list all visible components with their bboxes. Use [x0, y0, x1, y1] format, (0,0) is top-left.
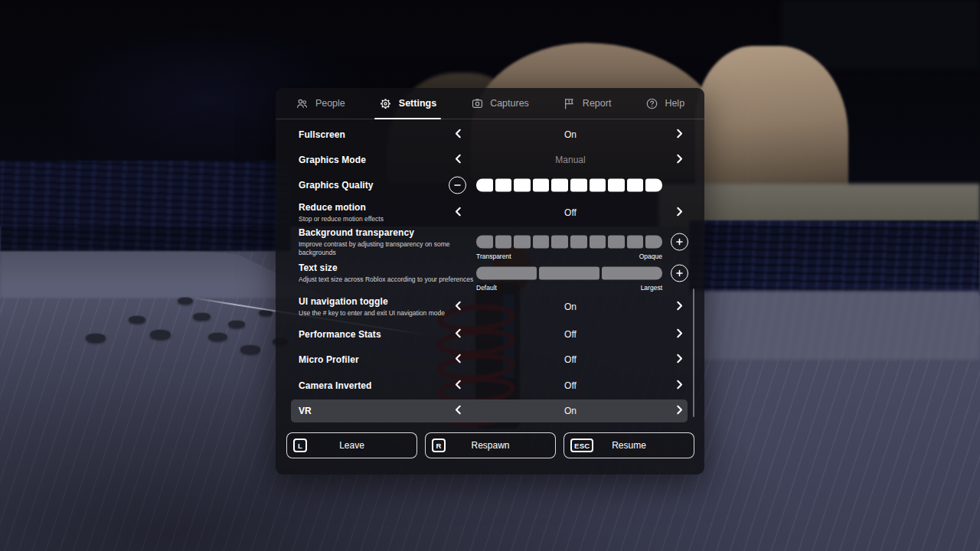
- increase-reduce-motion-button[interactable]: [670, 204, 688, 222]
- slider-segment[interactable]: [590, 179, 606, 192]
- increase-ui-navigation-toggle-button[interactable]: [670, 298, 688, 316]
- setting-subtitle: Improve contrast by adjusting transparen…: [299, 240, 450, 256]
- setting-value: On: [505, 302, 635, 312]
- pebble: [240, 344, 260, 354]
- increase-vr-button[interactable]: [670, 402, 688, 420]
- slider-segment[interactable]: [570, 236, 587, 249]
- slider-segment[interactable]: [514, 179, 531, 192]
- tab-captures[interactable]: Captures: [470, 88, 529, 119]
- minus-icon: [453, 178, 462, 192]
- menu-tab-bar: PeopleSettingsCapturesReportHelp: [276, 88, 704, 119]
- setting-label: Performance Stats: [299, 329, 381, 340]
- setting-label: Text size: [299, 262, 473, 273]
- tab-report[interactable]: Report: [563, 88, 612, 119]
- chevron-right-icon: [674, 128, 685, 142]
- increase-performance-stats-button[interactable]: [670, 325, 688, 344]
- in-game-menu-panel: PeopleSettingsCapturesReportHelp Fullscr…: [276, 88, 704, 474]
- button-label: Resume: [612, 440, 646, 451]
- setting-label: UI navigation toggle: [299, 296, 445, 307]
- text-size-slider[interactable]: [476, 267, 662, 280]
- setting-row-background-transparency: Background transparencyImprove contrast …: [291, 225, 688, 259]
- decrease-graphics-mode-button[interactable]: [449, 151, 467, 169]
- increase-camera-inverted-button[interactable]: [670, 377, 688, 395]
- setting-label: Fullscreen: [299, 129, 345, 140]
- slider-segment[interactable]: [602, 267, 662, 280]
- graphics-quality-slider[interactable]: [476, 179, 662, 192]
- plus-icon: [675, 235, 684, 249]
- slider-segment[interactable]: [533, 179, 550, 192]
- decrease-reduce-motion-button[interactable]: [449, 204, 467, 222]
- button-label: Respawn: [471, 440, 509, 451]
- tab-people[interactable]: People: [296, 88, 345, 119]
- setting-value: Off: [505, 329, 635, 340]
- slider-range-labels: DefaultLargest: [476, 284, 662, 292]
- setting-value: Off: [505, 354, 635, 365]
- increase-fullscreen-button[interactable]: [670, 126, 688, 144]
- tab-settings[interactable]: Settings: [379, 88, 436, 119]
- keybind-badge: R: [432, 439, 446, 452]
- chevron-left-icon: [452, 153, 464, 168]
- setting-label: Graphics Quality: [299, 180, 374, 191]
- keybind-badge: ESC: [570, 439, 593, 452]
- background-transparency-slider[interactable]: [476, 236, 662, 249]
- leave-button[interactable]: LLeave: [286, 432, 417, 458]
- pebble: [193, 312, 211, 320]
- slider-segment[interactable]: [495, 179, 512, 192]
- increase-graphics-mode-button[interactable]: [670, 151, 688, 169]
- tab-label: Help: [665, 98, 684, 109]
- chevron-left-icon: [452, 379, 464, 393]
- decrease-fullscreen-button[interactable]: [449, 126, 467, 144]
- slider-segment[interactable]: [514, 236, 531, 249]
- decrease-camera-inverted-button[interactable]: [449, 377, 467, 395]
- slider-segment[interactable]: [551, 179, 568, 192]
- slider-segment[interactable]: [570, 179, 587, 192]
- tab-label: Captures: [490, 98, 529, 109]
- setting-row-ui-navigation-toggle: UI navigation toggleUse the # key to ent…: [291, 292, 688, 321]
- chevron-left-icon: [452, 404, 464, 419]
- setting-row-graphics-mode: Graphics ModeManual: [291, 147, 688, 173]
- pebble: [86, 333, 106, 342]
- button-label: Leave: [339, 440, 364, 451]
- increase-text-size-button[interactable]: [671, 265, 688, 282]
- pebble: [208, 332, 227, 341]
- decrease-performance-stats-button[interactable]: [449, 325, 467, 344]
- slider-segment[interactable]: [551, 236, 568, 249]
- slider-segment[interactable]: [539, 267, 599, 280]
- slider-segment[interactable]: [645, 179, 662, 192]
- resume-button[interactable]: ESCResume: [564, 432, 694, 458]
- chevron-right-icon: [674, 353, 685, 367]
- decrease-vr-button[interactable]: [449, 402, 467, 420]
- slider-segment[interactable]: [608, 179, 625, 192]
- slider-segment[interactable]: [476, 236, 493, 249]
- slider-segment[interactable]: [627, 236, 644, 249]
- respawn-button[interactable]: RRespawn: [425, 432, 556, 458]
- decrease-micro-profiler-button[interactable]: [449, 350, 467, 369]
- setting-label-group: Camera Inverted: [299, 380, 372, 391]
- slider-segment[interactable]: [476, 179, 493, 192]
- plus-icon: [675, 266, 684, 280]
- setting-row-camera-inverted: Camera InvertedOff: [291, 373, 688, 399]
- slider-segment[interactable]: [590, 236, 606, 249]
- pebble: [129, 315, 145, 323]
- help-icon: [645, 96, 658, 110]
- setting-value: Off: [505, 380, 635, 391]
- increase-micro-profiler-button[interactable]: [670, 350, 688, 369]
- chevron-left-icon: [452, 206, 464, 220]
- increase-background-transparency-button[interactable]: [671, 233, 688, 251]
- scrollbar[interactable]: [693, 289, 694, 417]
- slider-segment[interactable]: [533, 236, 550, 249]
- slider-segment[interactable]: [608, 236, 625, 249]
- tab-label: People: [315, 98, 345, 109]
- setting-row-performance-stats: Performance StatsOff: [291, 321, 688, 347]
- gear-icon: [379, 96, 393, 110]
- tab-help[interactable]: Help: [645, 88, 684, 119]
- slider-segment[interactable]: [495, 236, 512, 249]
- slider-segment[interactable]: [627, 179, 644, 192]
- setting-label: Reduce motion: [299, 202, 384, 213]
- roblox-game-screen: PeopleSettingsCapturesReportHelp Fullscr…: [0, 0, 980, 551]
- slider-segment[interactable]: [476, 267, 537, 280]
- setting-row-vr[interactable]: VROn: [291, 399, 688, 422]
- decrease-ui-navigation-toggle-button[interactable]: [449, 298, 467, 316]
- decrease-graphics-quality-button[interactable]: [449, 177, 466, 194]
- slider-segment[interactable]: [645, 236, 662, 249]
